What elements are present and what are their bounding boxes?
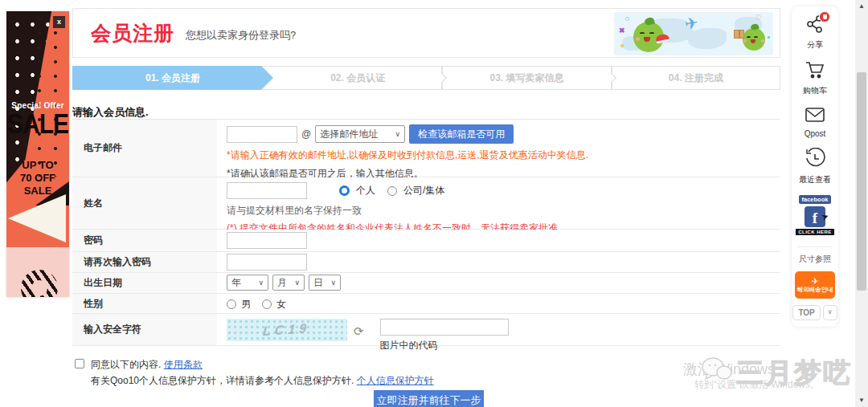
wechat-icon xyxy=(701,356,733,387)
sidebar-item-size-reference[interactable]: 尺寸参照 xyxy=(799,254,831,265)
banner-dots-pattern xyxy=(31,11,69,177)
member-info-form: 电子邮件 @ 选择邮件地址 ∨ 检查该邮箱是否可用 *请输入正确有效的邮件地址,… xyxy=(72,119,780,346)
decoration-dot xyxy=(625,17,629,21)
sidebar-item-share[interactable]: 分享 xyxy=(805,14,825,51)
registration-steps: 01. 会员注册 02. 会员认证 03. 填写卖家信息 04. 注册完成 xyxy=(72,66,780,90)
header-illustration: ✈ ✖ ♡ xyxy=(614,12,773,55)
form-row-captcha: 输入安全字符 LC19 ⟳ 图片中的代码 xyxy=(72,314,780,346)
check-email-button[interactable]: 检查该邮箱是否可用 xyxy=(409,124,514,144)
banner-striped-ring xyxy=(21,270,58,297)
page-subtitle: 您想以卖家身份登录吗? xyxy=(186,28,296,43)
scrollbar[interactable]: ▲ ▼ xyxy=(855,0,868,407)
scrollbar-thumb[interactable] xyxy=(857,72,866,291)
form-row-name: 姓名 个人 公司/集体 请与提交材料里的名字保持一致 (*) 提交文件中所包含的… xyxy=(72,177,780,230)
sidebar-item-facebook[interactable]: facebook f ➤ CLICK HERE xyxy=(796,195,834,235)
overseas-shipping-button[interactable]: ✈ 해외배송안내 xyxy=(795,271,835,299)
activate-windows-line2: 转到“设置”以激活 Windows。 xyxy=(694,378,820,392)
share-badge xyxy=(819,11,830,22)
cursor-icon: ➤ xyxy=(819,205,833,230)
password-confirm-input[interactable] xyxy=(227,254,307,271)
radio-female[interactable] xyxy=(262,299,272,309)
password-input[interactable] xyxy=(227,232,307,249)
mascot-ear xyxy=(750,23,759,31)
radio-male-label: 男 xyxy=(241,299,251,310)
captcha-image: LC19 xyxy=(227,319,347,341)
gender-label: 性别 xyxy=(72,294,217,313)
decoration-cross-icon: ✖ xyxy=(619,26,625,35)
facebook-tag: facebook xyxy=(799,195,832,204)
email-id-input[interactable] xyxy=(227,126,297,143)
page-title: 会员注册 xyxy=(91,20,174,47)
birth-year-select[interactable]: 年∨ xyxy=(227,275,268,291)
terms-link[interactable]: 使用条款 xyxy=(164,359,203,370)
airplane-icon: ✈ xyxy=(683,13,700,35)
airplane-icon: ✈ xyxy=(811,277,818,286)
password-label: 密码 xyxy=(72,230,217,251)
activate-windows-line1: 激活 Windows xyxy=(683,360,775,379)
form-row-gender: 性别 男 女 xyxy=(72,294,780,314)
email-warning-text: *请输入正确有效的邮件地址,以确保及时收到付款信息,运送,退货及优惠活动中奖信息… xyxy=(227,149,780,162)
radio-personal[interactable] xyxy=(339,185,350,196)
watermark-brand: 三月梦呓 xyxy=(736,355,852,392)
name-note-text: 请与提交材料里的名字保持一致 xyxy=(227,204,780,218)
radio-male[interactable] xyxy=(227,299,236,309)
agree-text: 同意以下的内容. xyxy=(91,359,161,370)
email-label: 电子邮件 xyxy=(72,120,217,177)
decoration-dot xyxy=(768,36,770,39)
form-section-title: 请输入会员信息. xyxy=(72,105,149,120)
radio-company-label: 公司/集体 xyxy=(403,184,444,197)
cart-icon xyxy=(805,60,825,83)
radio-company[interactable] xyxy=(387,186,397,196)
banner-upto-line2: 70 OFF xyxy=(6,172,69,185)
share-icon xyxy=(805,14,825,37)
banner-pink-area xyxy=(6,247,69,297)
radio-personal-label: 个人 xyxy=(356,184,375,197)
scroll-top-button[interactable]: TOP xyxy=(792,305,820,320)
email-domain-select[interactable]: 选择邮件地址 ∨ xyxy=(315,125,405,143)
envelope-icon xyxy=(805,106,825,127)
click-here-label: CLICK HERE xyxy=(796,229,834,235)
privacy-text: 有关Qoo10个人信息保护方针，详情请参考个人信息保护方针. xyxy=(91,375,354,386)
birth-month-select[interactable]: 月∨ xyxy=(272,275,305,291)
banner-close-button[interactable]: x xyxy=(53,16,65,28)
form-row-email: 电子邮件 @ 选择邮件地址 ∨ 检查该邮箱是否可用 *请输入正确有效的邮件地址,… xyxy=(72,120,780,177)
scrollbar-up-arrow[interactable]: ▲ xyxy=(855,0,868,13)
watermark: 激活 Windows 转到“设置”以激活 Windows。 三月梦呓 xyxy=(643,355,852,403)
submit-button[interactable]: 立即注册并前往下一步 xyxy=(374,390,484,407)
captcha-refresh-icon[interactable]: ⟳ xyxy=(354,324,364,339)
step-3-seller-info: 03. 填写卖家信息 xyxy=(442,66,611,90)
privacy-link[interactable]: 个人信息保护方针 xyxy=(357,375,434,386)
captcha-input[interactable] xyxy=(380,319,509,336)
agreement-section: 同意以下的内容. 使用条款 有关Qoo10个人信息保护方针，详情请参考个人信息保… xyxy=(75,358,434,388)
package-icon xyxy=(734,30,744,39)
form-row-password-confirm: 请再次输入密码 xyxy=(72,252,780,273)
password-confirm-label: 请再次输入密码 xyxy=(72,252,217,272)
mascot-ear xyxy=(644,17,655,26)
sidebar-item-qpost[interactable]: Qpost xyxy=(805,106,826,138)
scroll-down-chevron-icon[interactable]: ∨ xyxy=(823,305,837,320)
name-label: 姓名 xyxy=(72,177,217,229)
scrollbar-down-arrow[interactable]: ▼ xyxy=(855,394,868,407)
page-header: 会员注册 您想以卖家身份登录吗? ✈ ✖ ♡ xyxy=(72,8,780,58)
birthdate-label: 出生日期 xyxy=(72,273,217,293)
sidebar-divider xyxy=(797,246,833,247)
name-input[interactable] xyxy=(227,182,307,199)
form-row-password: 密码 xyxy=(72,230,780,252)
banner-upto-line1: UP TO xyxy=(6,159,69,172)
step-2-member-verify: 02. 会员认证 xyxy=(261,66,442,90)
radio-female-label: 女 xyxy=(276,299,286,310)
chevron-down-icon: ∨ xyxy=(395,130,401,138)
sidebar-item-cart[interactable]: 购物车 xyxy=(803,60,827,96)
banner-sale-text: SALE xyxy=(6,108,69,140)
sidebar-item-recent[interactable]: 最近查看 xyxy=(799,148,831,185)
mascot-right xyxy=(743,28,765,51)
promo-banner[interactable]: x Special Offer SALE UP TO 70 OFF SALE xyxy=(6,11,69,297)
step-1-member-register: 01. 会员注册 xyxy=(72,66,273,90)
facebook-icon[interactable]: f ➤ xyxy=(805,206,825,227)
captcha-hint: 图片中的代码 xyxy=(380,339,509,352)
chevron-down-icon: ∨ xyxy=(330,279,336,287)
birth-day-select[interactable]: 日∨ xyxy=(309,275,341,291)
agree-checkbox[interactable] xyxy=(75,359,84,368)
history-clock-icon xyxy=(805,148,825,172)
banner-arrow-left xyxy=(8,194,66,242)
